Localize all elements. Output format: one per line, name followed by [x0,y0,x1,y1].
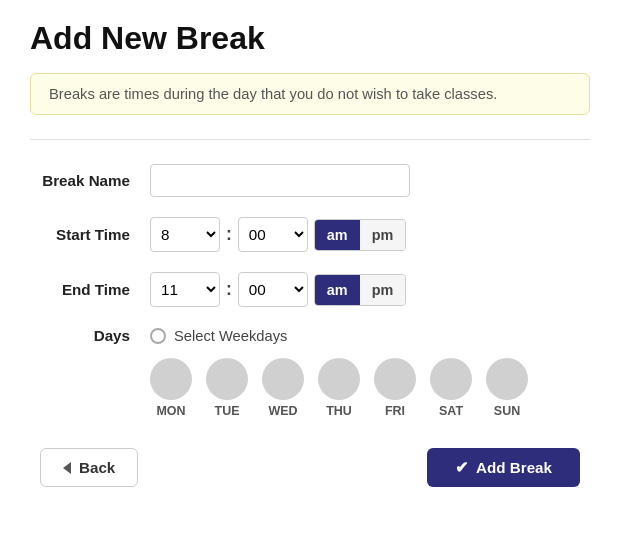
start-ampm-group: am pm [314,219,406,251]
day-label-mon: MON [156,404,185,418]
info-box: Breaks are times during the day that you… [30,73,590,115]
day-label-wed: WED [268,404,297,418]
break-name-controls [150,164,410,197]
break-name-input[interactable] [150,164,410,197]
day-label-fri: FRI [385,404,405,418]
end-pm-button[interactable]: pm [360,275,406,305]
end-time-controls: 123456789101112 : 00153045 am pm [150,272,406,307]
day-circle-sat[interactable] [430,358,472,400]
add-break-label: Add Break [476,459,552,476]
add-break-button[interactable]: ✔ Add Break [427,448,580,487]
start-pm-button[interactable]: pm [360,220,406,250]
end-am-button[interactable]: am [315,275,360,305]
days-circles: MONTUEWEDTHUFRISATSUN [150,358,528,418]
day-circle-mon[interactable] [150,358,192,400]
day-circle-fri[interactable] [374,358,416,400]
day-circle-wed[interactable] [262,358,304,400]
day-circle-container-thu: THU [318,358,360,418]
end-time-label: End Time [30,281,150,298]
start-time-row: Start Time 123456789101112 : 00153045 am… [30,217,590,252]
break-name-label: Break Name [30,172,150,189]
day-circle-container-wed: WED [262,358,304,418]
day-circle-container-tue: TUE [206,358,248,418]
end-hour-select[interactable]: 123456789101112 [150,272,220,307]
start-colon: : [226,224,232,245]
back-button[interactable]: Back [40,448,138,487]
day-label-sun: SUN [494,404,520,418]
page-title: Add New Break [30,20,590,57]
start-time-label: Start Time [30,226,150,243]
info-text: Breaks are times during the day that you… [49,86,497,102]
start-minute-select[interactable]: 00153045 [238,217,308,252]
break-name-row: Break Name [30,164,590,197]
day-circle-container-mon: MON [150,358,192,418]
day-circle-container-sun: SUN [486,358,528,418]
day-circle-container-fri: FRI [374,358,416,418]
end-time-row: End Time 123456789101112 : 00153045 am p… [30,272,590,307]
start-am-button[interactable]: am [315,220,360,250]
day-label-tue: TUE [215,404,240,418]
select-weekdays-text: Select Weekdays [174,328,287,344]
divider [30,139,590,140]
days-label: Days [30,327,150,344]
days-circles-row: MONTUEWEDTHUFRISATSUN [30,358,590,418]
back-button-label: Back [79,459,115,476]
day-circle-sun[interactable] [486,358,528,400]
end-colon: : [226,279,232,300]
back-chevron-icon [63,462,71,474]
start-time-controls: 123456789101112 : 00153045 am pm [150,217,406,252]
start-hour-select[interactable]: 123456789101112 [150,217,220,252]
end-ampm-group: am pm [314,274,406,306]
day-circle-thu[interactable] [318,358,360,400]
select-weekdays-control[interactable]: Select Weekdays [150,328,287,344]
buttons-row: Back ✔ Add Break [30,448,590,487]
day-label-thu: THU [326,404,352,418]
end-minute-select[interactable]: 00153045 [238,272,308,307]
select-weekdays-radio[interactable] [150,328,166,344]
checkmark-icon: ✔ [455,458,468,477]
day-circle-container-sat: SAT [430,358,472,418]
day-circle-tue[interactable] [206,358,248,400]
day-label-sat: SAT [439,404,463,418]
days-row: Days Select Weekdays [30,327,590,344]
